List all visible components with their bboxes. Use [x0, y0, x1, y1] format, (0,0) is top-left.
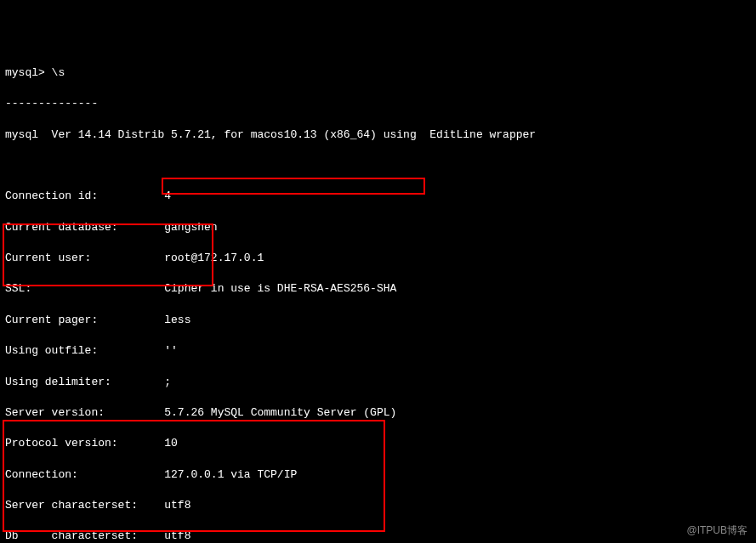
delimiter: Using delimiter: ;: [5, 375, 751, 390]
server-charset: Server characterset: utf8: [5, 498, 751, 513]
prompt-text: mysql> \s: [5, 66, 65, 79]
protocol-version: Protocol version: 10: [5, 436, 751, 451]
watermark: @ITPUB博客: [686, 523, 747, 538]
current-db: Current database: gangshen: [5, 220, 751, 235]
pager: Current pager: less: [5, 313, 751, 328]
prompt-line[interactable]: mysql> \s: [5, 65, 751, 81]
version-line: mysql Ver 14.14 Distrib 5.7.21, for maco…: [5, 127, 751, 143]
db-charset: Db characterset: utf8: [5, 529, 751, 543]
server-version: Server version: 5.7.26 MySQL Community S…: [5, 405, 751, 421]
conn-id: Connection id: 4: [5, 189, 751, 204]
current-user: Current user: root@172.17.0.1: [5, 251, 751, 266]
dashes: --------------: [5, 96, 751, 111]
connection: Connection: 127.0.0.1 via TCP/IP: [5, 467, 751, 483]
ssl: SSL: Cipher in use is DHE-RSA-AES256-SHA: [5, 281, 751, 297]
outfile: Using outfile: '': [5, 343, 751, 359]
